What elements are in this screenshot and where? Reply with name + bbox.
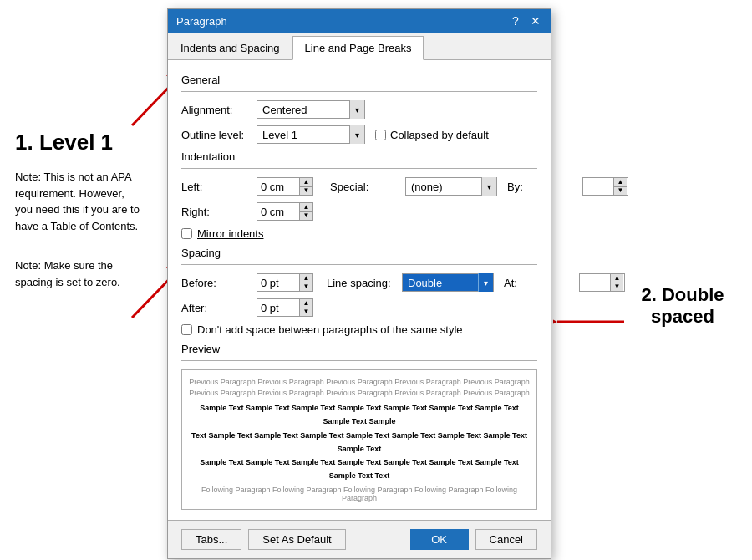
collapsed-label: Collapsed by default [390,129,489,141]
after-down[interactable]: ▼ [300,308,312,317]
special-label: Special: [330,181,405,193]
dont-add-space-checkbox[interactable] [181,324,192,335]
outline-arrow-icon: ▾ [349,125,364,144]
outline-value: Level 1 [257,129,349,141]
before-label: Before: [181,277,257,289]
by-up[interactable]: ▲ [614,178,627,187]
cancel-button[interactable]: Cancel [475,529,537,550]
line-spacing-value: Double [403,277,478,289]
by-spinner[interactable]: ▲ ▼ [582,177,628,196]
indentation-right-col: Special: (none) ▾ By: ▲ ▼ [330,177,628,227]
after-input[interactable] [257,299,299,316]
indentation-section-title: Indentation [181,150,537,163]
right-indent-label: Right: [181,206,257,218]
indentation-left-col: Left: ▲ ▼ Right: ▲ [181,177,313,227]
right-annotation: 2. Double spaced [628,284,737,328]
before-spinner-btns: ▲ ▼ [299,274,312,291]
by-label: By: [507,181,582,193]
special-arrow-icon: ▾ [481,177,496,196]
spacing-section-title: Spacing [181,247,537,259]
line-spacing-arrow-icon: ▾ [478,273,493,292]
before-down[interactable]: ▼ [300,283,312,292]
right-indent-input[interactable] [257,203,299,220]
left-indent-input[interactable] [257,178,299,195]
dialog-titlebar: Paragraph ? ✕ [168,9,551,33]
tab-indents-spacing[interactable]: Indents and Spacing [168,36,292,60]
after-label: After: [181,302,257,314]
left-indent-spinner[interactable]: ▲ ▼ [257,177,313,196]
preview-sample-text-2: Text Sample Text Sample Text Sample Text… [189,429,530,456]
by-down[interactable]: ▼ [614,187,627,196]
paragraph-dialog: Paragraph ? ✕ Indents and Spacing Line a… [167,8,551,559]
right-indent-down[interactable]: ▼ [300,212,312,221]
dialog-content: General Alignment: Centered ▾ Outline le… [168,60,551,520]
after-spinner-btns: ▲ ▼ [299,299,312,316]
special-row: Special: (none) ▾ By: ▲ ▼ [330,177,628,196]
alignment-arrow-icon: ▾ [349,100,364,119]
left-indent-label: Left: [181,181,257,193]
alignment-dropdown[interactable]: Centered ▾ [257,100,365,119]
tabs-button[interactable]: Tabs... [181,529,241,550]
right-annotation-label: 2. Double spaced [641,284,724,327]
preview-previous-text: Previous Paragraph Previous Paragraph Pr… [189,377,530,398]
dialog-footer: Tabs... Set As Default OK Cancel [168,520,551,558]
mirror-indents-checkbox[interactable] [181,228,192,239]
close-button[interactable]: ✕ [529,14,542,28]
outline-row: Outline level: Level 1 ▾ Collapsed by de… [181,125,537,144]
left-indent-row: Left: ▲ ▼ [181,177,313,196]
at-spinner[interactable]: ▲ ▼ [579,273,625,292]
spacing-rows: Before: ▲ ▼ After: ▲ [181,273,537,323]
preview-sample-text-3: Sample Text Sample Text Sample Text Samp… [189,456,530,482]
at-spinner-btns: ▲ ▼ [610,274,623,291]
left-indent-up[interactable]: ▲ [300,178,312,187]
right-indent-spinner-btns: ▲ ▼ [299,203,312,220]
at-input[interactable] [580,274,610,291]
by-input[interactable] [583,178,613,195]
ok-button[interactable]: OK [410,529,469,550]
dont-add-space-label: Don't add space between paragraphs of th… [197,323,463,336]
general-section-title: General [181,74,537,86]
after-row: After: ▲ ▼ [181,298,313,317]
right-indent-spinner[interactable]: ▲ ▼ [257,202,313,221]
at-up[interactable]: ▲ [611,274,623,283]
special-value: (none) [406,181,481,193]
after-up[interactable]: ▲ [300,299,312,308]
at-label: At: [504,277,579,289]
spacing-right-col: Line spacing: Double ▾ At: ▲ ▼ [327,273,625,323]
alignment-label: Alignment: [181,104,257,116]
before-up[interactable]: ▲ [300,274,312,283]
special-dropdown[interactable]: (none) ▾ [405,177,497,196]
before-input[interactable] [257,274,299,291]
left-indent-spinner-btns: ▲ ▼ [299,178,312,195]
help-button[interactable]: ? [509,14,522,28]
mirror-indents-label: Mirror indents [197,227,263,240]
dialog-tabs: Indents and Spacing Line and Page Breaks [168,33,551,60]
indentation-rows: Left: ▲ ▼ Right: ▲ [181,177,537,227]
before-spinner[interactable]: ▲ ▼ [257,273,313,292]
titlebar-controls: ? ✕ [509,14,542,28]
collapsed-checkbox-wrap: Collapsed by default [375,129,489,141]
preview-section-title: Preview [181,343,537,355]
spacing-left-col: Before: ▲ ▼ After: ▲ [181,273,313,323]
outline-label: Outline level: [181,129,257,141]
preview-box: Previous Paragraph Previous Paragraph Pr… [181,369,537,510]
preview-next-text: Following Paragraph Following Paragraph … [189,486,530,502]
outline-dropdown[interactable]: Level 1 ▾ [257,125,365,144]
collapsed-checkbox[interactable] [375,130,386,140]
right-indent-row: Right: ▲ ▼ [181,202,313,221]
dialog-title: Paragraph [176,15,227,28]
right-indent-up[interactable]: ▲ [300,203,312,212]
line-spacing-label: Line spacing: [327,277,402,289]
tab-line-page-breaks[interactable]: Line and Page Breaks [292,36,424,60]
after-spinner[interactable]: ▲ ▼ [257,298,313,317]
alignment-row: Alignment: Centered ▾ [181,100,537,119]
before-row: Before: ▲ ▼ [181,273,313,292]
at-down[interactable]: ▼ [611,283,623,292]
preview-sample-text-1: Sample Text Sample Text Sample Text Samp… [189,401,530,428]
annotation-note1: Note: This is not an APA requirement. Ho… [15,169,145,234]
mirror-indents-row: Mirror indents [181,227,537,240]
line-spacing-dropdown[interactable]: Double ▾ [402,273,494,292]
alignment-value: Centered [257,104,349,116]
left-indent-down[interactable]: ▼ [300,187,312,196]
set-as-default-button[interactable]: Set As Default [248,529,345,550]
